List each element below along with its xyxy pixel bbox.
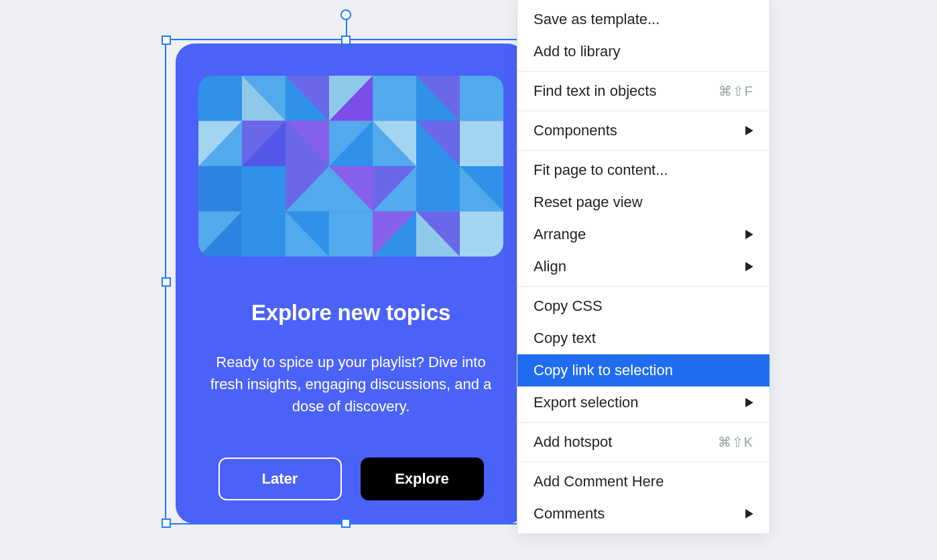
card-artwork: [198, 76, 503, 257]
resize-handle-top-left[interactable]: [162, 36, 171, 45]
svg-rect-7: [373, 76, 416, 121]
menu-item-shortcut: ⌘⇧F: [719, 83, 753, 99]
svg-rect-23: [460, 121, 503, 167]
menu-section: Find text in objects⌘⇧F: [517, 72, 769, 111]
menu-item-arrange[interactable]: Arrange: [517, 218, 769, 251]
card-description: Ready to spice up your playlist? Dive in…: [207, 351, 495, 417]
menu-item-label: Find text in objects: [534, 82, 708, 100]
submenu-arrow-icon: [745, 126, 753, 135]
menu-item-copy-link[interactable]: Copy link to selection: [517, 354, 769, 387]
menu-section: Components: [517, 111, 769, 151]
submenu-arrow-icon: [745, 262, 753, 271]
menu-item-label: Reset page view: [534, 194, 753, 211]
menu-item-label: Copy text: [534, 330, 753, 347]
menu-item-label: Save as template...: [534, 11, 753, 28]
menu-item-label: Add hotspot: [534, 433, 707, 451]
menu-item-label: Arrange: [534, 226, 735, 243]
menu-item-add-hotspot[interactable]: Add hotspot⌘⇧K: [517, 426, 769, 458]
svg-marker-49: [745, 398, 753, 407]
card-button-row: Later Explore: [218, 458, 484, 500]
context-menu: Save as template...Add to libraryFind te…: [517, 0, 770, 534]
menu-item-fit-page[interactable]: Fit page to content...: [517, 154, 769, 186]
menu-item-export-selection[interactable]: Export selection: [517, 387, 769, 419]
svg-marker-46: [745, 126, 753, 135]
menu-item-components[interactable]: Components: [517, 115, 769, 147]
card-heading: Explore new topics: [251, 300, 450, 326]
explore-button[interactable]: Explore: [361, 458, 484, 500]
submenu-arrow-icon: [745, 509, 753, 518]
svg-rect-10: [460, 76, 503, 121]
svg-rect-24: [198, 166, 242, 212]
menu-item-add-to-library[interactable]: Add to library: [517, 36, 769, 68]
resize-handle-bottom-middle[interactable]: [341, 518, 351, 528]
menu-item-copy-css[interactable]: Copy CSS: [517, 290, 769, 322]
menu-item-copy-text[interactable]: Copy text: [517, 322, 769, 354]
menu-item-label: Copy link to selection: [534, 362, 753, 379]
menu-section: Fit page to content...Reset page viewArr…: [517, 151, 769, 287]
rotation-handle[interactable]: [340, 9, 351, 20]
menu-item-shortcut: ⌘⇧K: [718, 434, 753, 450]
menu-item-label: Fit page to content...: [534, 161, 753, 179]
svg-rect-45: [460, 212, 503, 257]
submenu-arrow-icon: [745, 230, 753, 239]
menu-section: Add hotspot⌘⇧K: [517, 423, 769, 462]
menu-item-comments[interactable]: Comments: [517, 498, 769, 530]
svg-rect-0: [198, 76, 242, 121]
svg-rect-37: [242, 212, 286, 257]
menu-item-add-comment-here[interactable]: Add Comment Here: [517, 466, 769, 498]
svg-marker-50: [745, 509, 753, 518]
menu-item-align[interactable]: Align: [517, 251, 769, 283]
menu-item-label: Copy CSS: [534, 297, 753, 315]
menu-section: Add Comment HereComments: [517, 462, 769, 534]
svg-marker-48: [745, 262, 753, 271]
menu-item-save-as-template[interactable]: Save as template...: [517, 3, 769, 36]
menu-item-label: Comments: [534, 505, 735, 522]
svg-rect-32: [416, 166, 460, 212]
menu-item-label: Export selection: [534, 394, 735, 411]
menu-section: Save as template...Add to library: [517, 0, 769, 72]
later-button[interactable]: Later: [218, 458, 342, 500]
svg-marker-47: [745, 230, 753, 239]
svg-rect-40: [329, 212, 373, 257]
resize-handle-bottom-left[interactable]: [162, 518, 171, 528]
resize-handle-top-middle[interactable]: [341, 36, 351, 45]
resize-handle-middle-left[interactable]: [162, 277, 171, 287]
menu-item-label: Align: [534, 258, 735, 275]
submenu-arrow-icon: [745, 398, 753, 407]
menu-item-find-text[interactable]: Find text in objects⌘⇧F: [517, 75, 769, 107]
menu-item-label: Components: [534, 122, 735, 139]
menu-item-label: Add to library: [534, 43, 753, 60]
menu-section: Copy CSSCopy textCopy link to selectionE…: [517, 287, 769, 423]
menu-item-label: Add Comment Here: [534, 473, 753, 490]
svg-rect-25: [242, 166, 286, 212]
explore-topics-card[interactable]: Explore new topics Ready to spice up you…: [176, 44, 526, 524]
menu-item-reset-page-view[interactable]: Reset page view: [517, 186, 769, 218]
